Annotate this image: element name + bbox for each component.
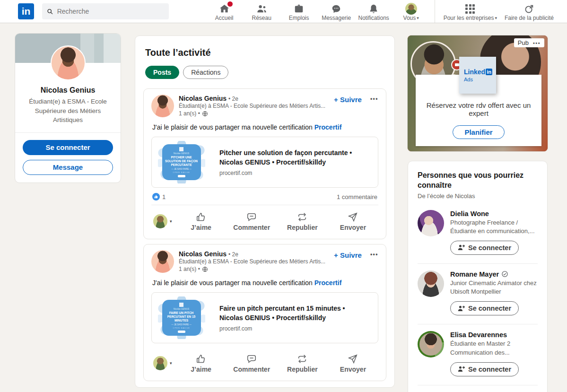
badge-subtitle: OPEN BADGE bbox=[173, 327, 190, 329]
comment-icon bbox=[246, 212, 257, 222]
profile-name[interactable]: Nicolas Genius bbox=[15, 86, 121, 95]
badge-logo bbox=[178, 331, 185, 333]
badge-title: Faire un pitch percutant en 15 minutes bbox=[164, 311, 200, 322]
person-connect-button[interactable]: Se connecter bbox=[450, 301, 519, 315]
like-button[interactable]: J’aime bbox=[176, 208, 227, 235]
link-title[interactable]: Pitcher une solution de façon percutante… bbox=[219, 148, 370, 167]
verified-badge-icon bbox=[501, 270, 508, 278]
top-navigation-bar: in Accueil Réseau Emplois Messagerie Not… bbox=[0, 0, 567, 23]
comment-count[interactable]: 1 commentaire bbox=[337, 193, 377, 200]
link-preview-card[interactable]: Nicolas GENIUS Faire un pitch percutant … bbox=[151, 292, 378, 343]
person-headline: Photographe Freelance / Étudiante en com… bbox=[450, 218, 538, 235]
like-label: J’aime bbox=[191, 224, 211, 231]
ad-menu-icon[interactable]: ••• bbox=[533, 40, 541, 46]
profile-avatar[interactable] bbox=[51, 45, 86, 80]
post-link[interactable]: Procertif bbox=[314, 123, 342, 131]
link-domain: procertif.com bbox=[219, 325, 370, 332]
ads-logo-word: Linked bbox=[464, 68, 485, 76]
post-author-name[interactable]: Nicolas Genius bbox=[179, 95, 227, 102]
linkedin-logo[interactable]: in bbox=[18, 3, 34, 19]
person-avatar[interactable] bbox=[418, 270, 444, 297]
send-button[interactable]: Envoyer bbox=[328, 208, 378, 235]
ad-tag: Pub bbox=[518, 39, 529, 46]
repost-icon bbox=[297, 354, 307, 364]
reaction-identity-switcher[interactable]: ▾ bbox=[151, 214, 176, 228]
caret-down-icon: ▾ bbox=[495, 16, 497, 20]
search-icon bbox=[47, 8, 53, 15]
person-connect-button[interactable]: Se connecter bbox=[450, 362, 519, 376]
post-text: J'ai le plaisir de vous partager ma nouv… bbox=[152, 123, 313, 131]
jobs-icon bbox=[294, 4, 304, 14]
comment-button[interactable]: Commenter bbox=[227, 349, 277, 376]
post-link[interactable]: Procertif bbox=[314, 279, 342, 287]
connect-button[interactable]: Se connecter bbox=[23, 140, 113, 155]
nav-notifications-label: Notifications bbox=[358, 15, 389, 21]
sponsored-ad-card[interactable]: Pub ••• Linkedin Ads Réservez votre rdv … bbox=[408, 35, 548, 151]
follow-button[interactable]: + Suivre bbox=[334, 96, 362, 104]
nav-item-home[interactable]: Accueil bbox=[206, 0, 243, 23]
post-menu-icon[interactable]: ••• bbox=[370, 251, 378, 258]
message-button[interactable]: Message bbox=[23, 160, 113, 175]
post-author-avatar[interactable] bbox=[151, 95, 174, 117]
badge-logo bbox=[178, 175, 185, 177]
person-name[interactable]: Elisa Devarennes bbox=[450, 331, 507, 339]
person-suggestion-row: Dielia Wone Photographe Freelance / Étud… bbox=[418, 203, 538, 264]
filter-posts-button[interactable]: Posts bbox=[145, 66, 179, 79]
link-domain: procertif.com bbox=[219, 170, 370, 176]
globe-icon bbox=[202, 111, 208, 117]
post-degree: • 2e bbox=[228, 96, 238, 102]
post-menu-icon[interactable]: ••• bbox=[370, 96, 378, 102]
send-icon bbox=[348, 354, 358, 364]
repost-button[interactable]: Republier bbox=[277, 208, 328, 235]
globe-icon bbox=[202, 266, 208, 272]
repost-button[interactable]: Republier bbox=[277, 349, 328, 376]
nav-item-notifications[interactable]: Notifications bbox=[355, 0, 393, 23]
badge-subtitle: OPEN BADGE bbox=[173, 171, 190, 174]
viewer-avatar bbox=[153, 356, 167, 370]
person-name[interactable]: Romane Mayer bbox=[450, 270, 499, 278]
post-author-headline: Étudiant(e) à ESMA - Ecole Supérieure de… bbox=[179, 258, 329, 265]
nav-item-network[interactable]: Réseau bbox=[243, 0, 280, 23]
profile-summary-card: Nicolas Genius Étudiant(e) à ESMA - Ecol… bbox=[15, 33, 121, 183]
repost-icon bbox=[297, 212, 307, 222]
nav-item-advertise[interactable]: Faire de la publicité bbox=[501, 0, 558, 23]
person-name[interactable]: Dielia Wone bbox=[450, 210, 489, 218]
filter-reactions-button[interactable]: Réactions bbox=[183, 66, 228, 79]
send-button[interactable]: Envoyer bbox=[328, 349, 378, 376]
reaction-identity-switcher[interactable]: ▾ bbox=[151, 356, 176, 370]
activity-panel: Toute l’activité Posts Réactions Nicolas… bbox=[135, 35, 395, 388]
person-avatar[interactable] bbox=[418, 210, 444, 236]
people-section-title: Personnes que vous pourriez connaître bbox=[418, 171, 538, 191]
person-add-icon bbox=[458, 244, 465, 251]
like-count[interactable]: 1 bbox=[162, 193, 166, 200]
nav-item-business[interactable]: Pour les entreprises▾ bbox=[440, 0, 501, 23]
comment-button[interactable]: Commenter bbox=[227, 208, 277, 235]
nav-advertise-label: Faire de la publicité bbox=[505, 15, 554, 21]
page-title: Toute l’activité bbox=[145, 47, 386, 58]
main-nav: Accueil Réseau Emplois Messagerie Notifi… bbox=[206, 0, 558, 23]
follow-button[interactable]: + Suivre bbox=[334, 251, 362, 259]
open-to-work-ring[interactable] bbox=[418, 331, 444, 357]
nav-network-label: Réseau bbox=[252, 15, 271, 21]
like-label: J’aime bbox=[191, 366, 211, 373]
like-button[interactable]: J’aime bbox=[176, 349, 227, 376]
post-degree: • 2e bbox=[228, 251, 238, 258]
comment-label: Commenter bbox=[233, 224, 270, 231]
link-title[interactable]: Faire un pitch percutant en 15 minutes •… bbox=[219, 304, 370, 323]
post-action-bar: ▾ J’aime Commenter Republier Envoyer bbox=[151, 205, 378, 237]
nav-item-jobs[interactable]: Emplois bbox=[280, 0, 318, 23]
nav-item-me[interactable]: Vous▾ bbox=[393, 0, 430, 23]
post-author-avatar[interactable] bbox=[151, 250, 174, 273]
nav-item-messaging[interactable]: Messagerie bbox=[318, 0, 355, 23]
search-box[interactable] bbox=[42, 3, 169, 19]
person-connect-button[interactable]: Se connecter bbox=[450, 241, 519, 255]
search-input[interactable] bbox=[57, 8, 164, 15]
business-grid-icon bbox=[465, 4, 475, 14]
caret-down-icon: ▾ bbox=[417, 16, 419, 20]
linkedin-ads-logo: Linkedin Ads bbox=[459, 57, 496, 94]
link-preview-card[interactable]: Nicolas GENIUS Pitcher une solution de f… bbox=[151, 137, 378, 188]
like-reaction-icon[interactable] bbox=[152, 193, 160, 200]
post-text: J'ai le plaisir de vous partager ma nouv… bbox=[152, 279, 313, 287]
ad-cta-button[interactable]: Planifier bbox=[453, 125, 504, 139]
post-author-name[interactable]: Nicolas Genius bbox=[179, 250, 227, 258]
